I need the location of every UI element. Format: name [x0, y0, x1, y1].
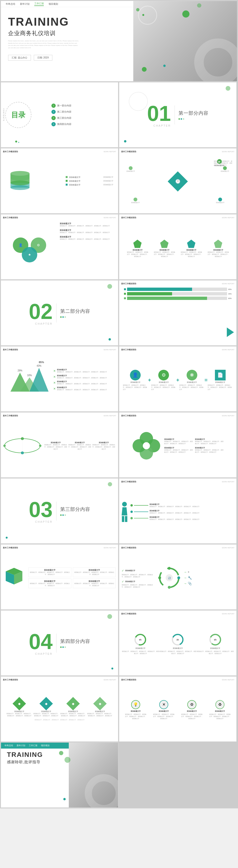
slide-label-10: 基本工作概述报告 — [3, 348, 18, 351]
diam-desc-1: 请替换文字，请替换文字，请替换文字，请替换文字，请替换文字，请替换文字 — [6, 713, 33, 717]
svg-point-18 — [39, 444, 42, 447]
nav-item-4[interactable]: 项目规划 — [49, 2, 58, 6]
slide-label-15: 基本工作概述报告 — [121, 480, 136, 483]
slide-report-03: 基本工作概述报告 WORK REPORT 👤 ⚙ ★ 添加标题文字 请替换文字， — [1, 214, 118, 280]
ty-nav-1[interactable]: 年终总结 — [4, 744, 13, 747]
slide-tag-19: WORK REPORT — [222, 613, 234, 615]
timeline-label-3: 添加标题文字 — [150, 516, 200, 519]
ty-nav-3[interactable]: 工作汇报 — [29, 744, 37, 747]
cube-grid-3: 添加标题文字 — [30, 580, 70, 583]
nav-item-1[interactable]: 年终总结 — [6, 2, 15, 6]
diam-label-1: 添加标题文字 — [14, 710, 24, 713]
prog-desc-3: 请替换文字，请替换文字，请替换文字，请替换文字，请替换文字，请替换文字 — [196, 650, 234, 655]
slide-title-bar-7: 基本工作概述报告 WORK REPORT — [121, 216, 234, 219]
clover-label-3: 添加标题文字 — [164, 447, 193, 449]
ring-label-3: 添加标题文字 — [91, 441, 116, 444]
mtn-desc-3: 请替换文字，请替换文字，请替换文字，请替换文字，请替换文字，请替换文字 — [57, 383, 107, 385]
pent-desc-3: 请替换文字，请替换文字，请替换文字，请替换文字，请替换文字，请替换文字 — [181, 251, 202, 258]
ring-desc-1: 请替换文字，请替换文字，请替换文字，请替换文字，请替换文字，请替换文字 — [44, 444, 68, 450]
layer-label-3: 添加标题文字 — [69, 183, 80, 186]
icon-row-label-2: 添加标题文字 — [159, 710, 169, 712]
contents-num-4: 4 — [51, 122, 56, 126]
svg-point-31 — [168, 586, 170, 589]
svg-text:10%: 10% — [27, 374, 32, 377]
chapter04-title: 第四部分内容 — [60, 638, 90, 645]
slide-tag-20: WORK REPORT — [104, 679, 116, 681]
slide-tag-13: WORK REPORT — [222, 415, 234, 416]
slide-report-14: 基本工作概述报告 WORK REPORT ◆ 添加标题文字 请替换文字，请替换文… — [1, 676, 118, 742]
pent-label-4: 添加标题文字 — [213, 249, 223, 251]
mtn-label-2: 添加标题文字 — [57, 374, 107, 377]
pent-label-3: 添加标题文字 — [186, 249, 196, 251]
ty-title-cn: 感谢聆听,批评指导 — [7, 760, 72, 765]
diam-desc-3: 请替换文字，请替换文字，请替换文字，请替换文字，请替换文字，请替换文字 — [59, 713, 86, 717]
slide-label-19: 基本工作概述报告 — [121, 613, 136, 615]
slide-report-11: 基本工作概述报告 WORK REPORT 添加标题文字 请替换文字，请替 — [1, 544, 118, 610]
cube-gdesc-4: 请替换文字，请替换文字，请替换文字，请替换文字，请替换文字，请替换文字 — [74, 583, 114, 587]
clover-desc-4: 请替换文字，请替换文字，请替换文字，请替换文字，请替换文字，请替换文字 — [195, 449, 224, 453]
slide-label-6: 基本工作概述报告 — [3, 216, 18, 219]
prog-desc-2: 请替换文字，请替换文字，请替换文字，请替换文字，请替换文字，请替换文字 — [159, 650, 196, 655]
slide-chapter03: 03 CHAPTER 第三部分内容 — [1, 478, 118, 544]
slide-title-bar-19: 基本工作概述报告 WORK REPORT — [121, 613, 234, 615]
nav-item-3[interactable]: 工作汇报 — [34, 2, 44, 6]
cube-gdesc-1: 请替换文字，请替换文字，请替换文字，请替换文字，请替换文字，请替换文字 — [30, 571, 70, 576]
slide-label-13: 基本工作概述报告 — [121, 414, 136, 417]
diam-desc-2: 请替换文字，请替换文字，请替换文字，请替换文字，请替换文字，请替换文字 — [33, 713, 59, 717]
slide-title-bar-13: 基本工作概述报告 WORK REPORT — [121, 414, 234, 417]
timeline-desc-1: 请替换文字，请替换文字，请替换文字，请替换文字，请替换文字，请替换文字 — [150, 505, 200, 508]
slide-tag-17: WORK REPORT — [222, 547, 234, 549]
circle-desc-3: 请替换文字，请替换文字，请替换文字，请替换文字，请替换文字，请替换文字 — [60, 238, 114, 240]
contents-item-1: 第一部分内容 — [57, 104, 72, 107]
eq-label-3: 添加标题文字 — [187, 381, 197, 383]
slide-title-bar-4: 基本工作概述报告 WORK REPORT — [3, 150, 116, 153]
slide-tag-6: WORK REPORT — [104, 217, 116, 218]
chapter03-title: 第三部分内容 — [60, 506, 90, 513]
svg-point-17 — [3, 444, 6, 447]
chapter01-title: 第一部分内容 — [179, 110, 209, 116]
slide-report-02: 基本工作概述报告 WORK REPORT 🕐 ▶ 添加标题文字 添加标题文字 — [119, 148, 237, 214]
slide-label-5: 基本工作概述报告 — [121, 150, 136, 153]
cube-gdesc-2: 请替换文字，请替换文字，请替换文字，请替换文字，请替换文字，请替换文字 — [74, 571, 114, 576]
clover-label-4: 添加标题文字 — [195, 447, 224, 449]
pent-label-1: 添加标题文字 — [133, 249, 142, 251]
svg-point-6 — [10, 171, 29, 176]
clover-desc-1: 请替换文字，请替换文字，请替换文字，请替换文字，请替换文字，请替换文字 — [164, 440, 193, 445]
slide-label-11: 基本工作概述报告 — [121, 348, 136, 351]
mtn-desc-4: 请替换文字，请替换文字，请替换文字，请替换文字，请替换文字，请替换文字 — [57, 389, 107, 391]
clover-desc-2: 请替换文字，请替换文字，请替换文字，请替换文字，请替换文字，请替换文字 — [195, 440, 224, 445]
nav-item-2[interactable]: 新年计划 — [20, 2, 29, 6]
ring-desc-3: 请替换文字，请替换文字，请替换文字，请替换文字，请替换文字，请替换文字 — [91, 444, 116, 450]
circ-icon-1: ⚙ — [188, 571, 189, 573]
slide-tag-5: WORK REPORT — [222, 151, 234, 152]
contents-num-1: 1 — [51, 103, 56, 108]
diam-label-4: 添加标题文字 — [95, 710, 105, 713]
slide-report-10: 基本工作概述报告 WORK REPORT 添加标题文字 — [119, 478, 237, 544]
bar-pct-3: 80% — [228, 298, 232, 299]
eq-desc-1: 请替换文字，请替换文字，请替换文字，请替换文字，请替换文字，请替换文字 — [123, 384, 148, 391]
pent-desc-1: 请替换文字，请替换文字，请替换文字，请替换文字，请替换文字，请替换文字 — [127, 251, 148, 258]
diam-label-3: 添加标题文字 — [68, 710, 78, 713]
ring-label-1: 添加标题文字 — [44, 441, 68, 444]
ty-nav-2[interactable]: 新年计划 — [17, 744, 25, 747]
diam-desc-4: 请替换文字，请替换文字，请替换文字，请替换文字，请替换文字，请替换文字 — [86, 713, 113, 717]
timeline-label-2: 添加标题文字 — [150, 509, 200, 512]
slide-report-09: 基本工作概述报告 WORK REPORT 添加标题文字 — [119, 412, 237, 477]
icon-row-desc-4: 请替换文字，请替换文字，请替换文字，请替换文字，请替换文字，请替换文字 — [209, 713, 231, 720]
cover-desc: Please replace the lorem, replace the lo… — [8, 40, 79, 49]
ty-nav-4[interactable]: 项目规划 — [41, 744, 50, 747]
slide-label-7: 基本工作概述报告 — [121, 216, 136, 219]
slide-label-21: 基本工作概述报告 — [121, 679, 136, 681]
circ-desc-1: 请替换文字，请替换文字，请替换文字，请替换文字，请替换文字，请替换文字 — [122, 574, 155, 578]
svg-text:3h: 3h — [177, 639, 179, 641]
circ-desc-2: 请替换文字，请替换文字，请替换文字，请替换文字，请替换文字，请替换文字 — [122, 584, 155, 588]
slide-chapter02: 02 CHAPTER 第二部分内容 — [1, 280, 118, 345]
circ-label-1: 添加标题文字 — [125, 569, 135, 572]
desc-right-1: 请替换文字，请替换文字，请替换文字，请替换文字，请替换文字，请替换文字 — [214, 160, 233, 166]
bubble-4: 添加标题文字 — [131, 202, 140, 204]
ring-label-2: 添加标题文字 — [68, 441, 92, 444]
slide-label-16: 基本工作概述报告 — [3, 547, 18, 549]
slide-label-12: 基本工作概述报告 — [3, 414, 18, 417]
eq-label-2: 添加标题文字 — [159, 381, 169, 383]
slide-tag-4: WORK REPORT — [104, 151, 116, 152]
